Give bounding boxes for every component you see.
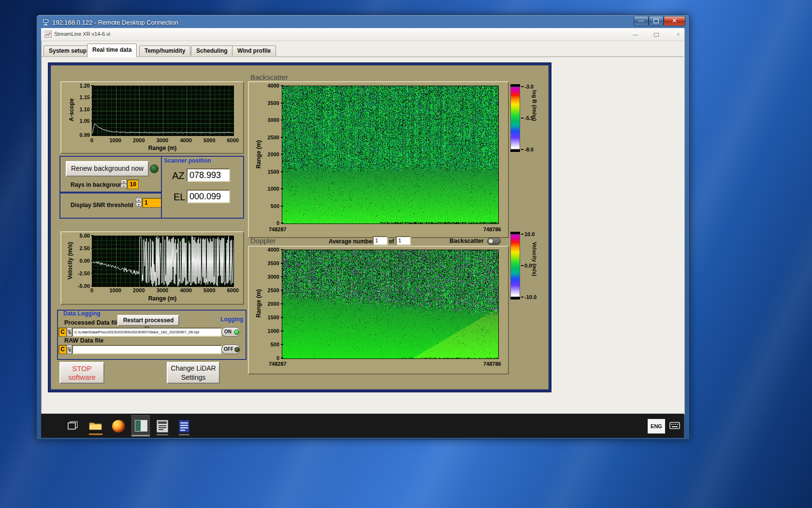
processed-path-browse-icon[interactable] bbox=[67, 328, 72, 337]
el-label: EL bbox=[174, 192, 185, 203]
desktop: 192.168.0.122 - Remote Desktop Connectio… bbox=[0, 0, 812, 508]
axis-tick-label: 5000 bbox=[200, 137, 219, 143]
tab-strip-baseline bbox=[42, 57, 683, 58]
processed-path-field[interactable]: C:\Lidar\Data\Proc\2023\202309\20230907\… bbox=[72, 328, 222, 337]
axis-tick-label: 3500 bbox=[259, 100, 279, 106]
document-app-underline bbox=[179, 434, 189, 435]
rdp-session-thumbnail-icon bbox=[135, 420, 147, 432]
average-total-field[interactable]: 1 bbox=[396, 236, 411, 245]
stepper-down-icon[interactable] bbox=[136, 202, 142, 207]
axis-tick-mark bbox=[281, 188, 283, 189]
active-app-taskbar-button[interactable] bbox=[131, 415, 150, 436]
rdp-computer-icon bbox=[42, 18, 50, 26]
language-indicator[interactable]: ENG bbox=[648, 419, 665, 433]
renew-background-led bbox=[150, 164, 159, 173]
data-logging-title: Data Logging bbox=[63, 310, 101, 317]
raw-path-field[interactable] bbox=[72, 345, 222, 354]
rays-in-background-stepper[interactable] bbox=[121, 179, 127, 189]
document-app-icon[interactable] bbox=[179, 420, 189, 433]
colorbar-tick-mark bbox=[521, 297, 523, 298]
raw-drive-selector[interactable]: C bbox=[58, 345, 67, 354]
stepper-up-icon[interactable] bbox=[121, 179, 127, 184]
axis-tick-label: 0 bbox=[259, 220, 279, 226]
file-explorer-icon[interactable] bbox=[89, 421, 102, 431]
tab-wind-profile[interactable]: Wind profile bbox=[232, 45, 276, 56]
tab-temp-humidity[interactable]: Temp/humidity bbox=[139, 45, 190, 56]
backscatter-title: Backscatter bbox=[250, 73, 288, 81]
tab-real-time-data[interactable]: Real time data bbox=[87, 44, 137, 57]
app-titlebar bbox=[41, 28, 684, 41]
snr-threshold-value[interactable]: 1 bbox=[142, 198, 162, 208]
stepper-down-icon[interactable] bbox=[121, 184, 127, 188]
axis-tick-label: 1.15 bbox=[70, 94, 90, 100]
backscatter-colorbar[interactable] bbox=[510, 87, 520, 149]
axis-tick-mark bbox=[91, 120, 94, 121]
average-number-field[interactable]: 1 bbox=[373, 236, 388, 245]
doppler-colorbar-bottom-cap bbox=[510, 297, 520, 299]
processed-drive-selector[interactable]: C bbox=[58, 328, 67, 337]
rdp-close-button[interactable]: ✕ bbox=[664, 16, 685, 26]
doppler-title: Doppler bbox=[250, 237, 276, 245]
rdp-maximize-button[interactable] bbox=[649, 16, 664, 26]
axis-tick-label: 500 bbox=[259, 342, 279, 347]
change-line2: Settings bbox=[168, 373, 219, 382]
toggle-off-label: OFF bbox=[224, 346, 233, 352]
task-view-icon[interactable] bbox=[68, 421, 78, 431]
app-close-button[interactable]: ✕ bbox=[671, 30, 685, 39]
tab-system-setup[interactable]: System setup bbox=[44, 45, 92, 56]
axis-tick-label: -8.0 bbox=[524, 147, 544, 152]
axis-tick-label: 3000 bbox=[153, 137, 172, 143]
display-snr-threshold-label: Display SNR threshold bbox=[71, 202, 133, 209]
rays-in-background-value[interactable]: 10 bbox=[127, 179, 139, 189]
raw-logging-toggle[interactable]: OFF bbox=[221, 344, 240, 354]
axis-tick-mark bbox=[281, 358, 283, 359]
axis-tick-mark bbox=[281, 276, 283, 277]
firefox-icon[interactable] bbox=[112, 420, 125, 433]
axis-tick-label: 6000 bbox=[223, 137, 243, 143]
axis-tick-label: 6000 bbox=[223, 287, 243, 293]
axis-tick-label: 2500 bbox=[259, 287, 279, 293]
app-restore-button[interactable] bbox=[649, 30, 664, 39]
axis-tick-label: 1000 bbox=[106, 137, 125, 143]
renew-background-button[interactable]: Renew background now bbox=[66, 161, 149, 177]
change-line1: Change LiDAR bbox=[168, 364, 219, 373]
rdp-window-title: 192.168.0.122 - Remote Desktop Connectio… bbox=[52, 19, 178, 26]
colorbar-tick-mark bbox=[521, 234, 523, 235]
axis-tick-label: 4000 bbox=[259, 247, 279, 253]
axis-tick-mark bbox=[91, 273, 94, 274]
az-value-field[interactable]: 078.993 bbox=[187, 168, 230, 182]
processed-data-file-label: Processed Data file bbox=[64, 319, 120, 326]
change-lidar-settings-button[interactable]: Change LiDAR Settings bbox=[167, 362, 220, 384]
processed-logging-toggle[interactable]: ON bbox=[221, 327, 240, 337]
tab-scheduling[interactable]: Scheduling bbox=[191, 45, 233, 56]
axis-tick-mark bbox=[91, 260, 94, 261]
touch-keyboard-icon[interactable] bbox=[669, 422, 680, 430]
velocity-x-axis-label: Range (m) bbox=[143, 295, 182, 302]
scan-scheduler-underline bbox=[157, 434, 168, 435]
axis-tick-mark bbox=[91, 248, 94, 249]
toggle-on-label: ON bbox=[224, 329, 232, 334]
stepper-up-icon[interactable] bbox=[136, 198, 142, 202]
scan-scheduler-icon[interactable] bbox=[157, 420, 168, 433]
stop-software-button[interactable]: STOP software bbox=[59, 362, 104, 384]
snr-threshold-stepper[interactable] bbox=[136, 198, 142, 208]
raw-path-browse-icon[interactable] bbox=[67, 345, 72, 354]
axis-tick-label: 4000 bbox=[176, 137, 196, 143]
rdp-minimize-button[interactable]: — bbox=[634, 16, 649, 26]
axis-tick-mark bbox=[281, 249, 283, 250]
axis-tick-label: 1.20 bbox=[70, 83, 90, 89]
doppler-x-end: 748786 bbox=[483, 361, 501, 367]
el-value-field[interactable]: 000.099 bbox=[187, 190, 230, 203]
colorbar-tick-mark bbox=[521, 118, 523, 119]
axis-tick-label: 0 bbox=[82, 287, 102, 293]
logging-off-led bbox=[234, 347, 240, 352]
backscatter-doppler-toggle[interactable] bbox=[487, 238, 501, 245]
axis-tick-label: 1000 bbox=[106, 287, 125, 293]
axis-tick-label: 0 bbox=[82, 137, 102, 143]
axis-tick-label: -2.50 bbox=[70, 270, 90, 276]
app-minimize-button[interactable]: — bbox=[628, 30, 643, 39]
colorbar-tick-mark bbox=[521, 149, 523, 150]
doppler-colorbar[interactable] bbox=[510, 234, 520, 297]
restart-processed-file-button[interactable]: Restart processed file bbox=[117, 315, 179, 326]
toggle-knob bbox=[488, 239, 493, 244]
